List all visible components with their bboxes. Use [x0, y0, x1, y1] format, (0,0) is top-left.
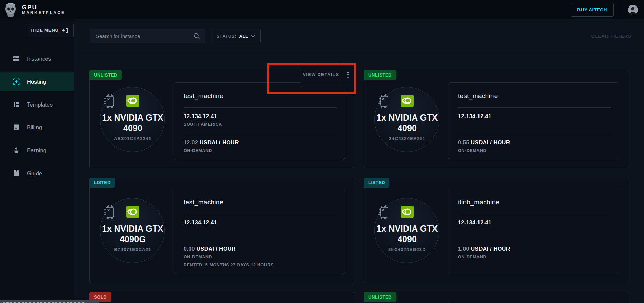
logo: GPU MARKETPLACE — [3, 2, 65, 18]
status-filter-label: STATUS: — [217, 33, 237, 39]
chip-icon — [101, 92, 119, 110]
sidebar-nav: Instances Hosting — [0, 49, 74, 187]
nvidia-logo-icon — [126, 94, 140, 108]
machine-details-panel: test_machine 12.134.12.41 0.00 USDAI / H… — [174, 189, 345, 274]
servers-icon — [13, 55, 20, 62]
earning-person-icon — [13, 147, 20, 154]
sidebar-item-label: Earning — [27, 147, 46, 154]
nvidia-logo-icon — [400, 205, 414, 219]
gpu-card-2: UNLISTED — [364, 70, 629, 168]
buy-aitech-button[interactable]: BUY AITECH — [571, 3, 614, 17]
divider — [458, 214, 611, 214]
machine-card-grid: UNLISTED — [74, 53, 644, 303]
chevron-down-icon — [251, 35, 255, 38]
user-avatar-icon[interactable] — [628, 4, 638, 15]
gpu-summary-circle: 1x NVIDIA GTX4090 25C4324EG23D — [374, 198, 439, 263]
machine-details-panel: tlinh_machine 12.134.12.41 1.00 USDAI / … — [448, 189, 619, 274]
billing-receipt-icon — [13, 124, 20, 131]
machine-ip: 12.134.12.41 — [458, 220, 611, 226]
templates-icon — [13, 101, 20, 108]
machine-name: tlinh_machine — [458, 198, 611, 206]
search-box — [90, 29, 205, 43]
gpu-title: 1x NVIDIA GTX4090 — [368, 223, 446, 245]
status-badge: UNLISTED — [364, 292, 396, 302]
gpu-title: 1x NVIDIA GTX4090 — [94, 112, 172, 134]
machine-name: test_machine — [184, 198, 337, 206]
machine-id: B74371E3CA21 — [94, 247, 172, 252]
main-content: STATUS: ALL CLEAR FILTERS UNLISTED — [74, 19, 644, 303]
card-actions: VIEW DETAILS — [301, 63, 355, 87]
sidebar-item-label: Templates — [27, 101, 53, 108]
sidebar-item-label: Billing — [27, 124, 42, 131]
hide-menu-button[interactable]: HIDE MENU — [26, 24, 74, 37]
logo-skull-image — [3, 2, 18, 18]
hosting-scan-icon — [13, 78, 20, 85]
machine-id: 24C4324EE261 — [368, 136, 446, 141]
divider — [184, 134, 337, 134]
gpu-card-5-partial: SOLD — [89, 292, 355, 303]
view-details-button[interactable]: VIEW DETAILS — [301, 63, 341, 87]
kebab-menu-button[interactable] — [341, 63, 355, 87]
sidebar-item-hosting[interactable]: Hosting — [0, 72, 74, 91]
header-actions: BUY AITECH — [571, 0, 644, 19]
machine-details-panel: test_machine 12.134.12.41 SOUTH AMERICA … — [174, 82, 345, 160]
machine-details-panel: test_machine 12.134.12.41 0.55 USDAI / H… — [448, 82, 619, 160]
sidebar-item-label: Guide — [27, 170, 42, 177]
chip-icon — [375, 92, 393, 110]
status-tooltip — [0, 300, 99, 303]
billing-type: ON-DEMAND — [184, 148, 337, 153]
gpu-card-6-partial: UNLISTED — [364, 292, 629, 303]
gpu-card-4: LISTED — [364, 178, 629, 283]
status-filter-dropdown[interactable]: STATUS: ALL — [211, 29, 261, 43]
machine-ip: 12.134.12.41 — [184, 220, 337, 226]
machine-details-panel — [174, 302, 345, 303]
sidebar-item-label: Instances — [27, 56, 51, 62]
divider — [184, 107, 337, 108]
guide-book-icon — [13, 170, 20, 177]
search-input[interactable] — [96, 33, 194, 39]
hide-menu-exit-icon — [62, 28, 68, 33]
search-icon — [194, 33, 200, 39]
logo-line1: GPU — [22, 4, 65, 11]
filters-toolbar: STATUS: ALL CLEAR FILTERS — [74, 19, 644, 53]
nvidia-logo-icon — [126, 205, 140, 219]
chip-icon — [101, 203, 119, 221]
machine-price: 0.55 USDAI / HOUR — [458, 140, 611, 146]
rented-duration: RENTED: 5 MONTHS 27 DAYS 12 HOURS — [184, 263, 337, 267]
divider — [458, 240, 611, 240]
status-badge: UNLISTED — [89, 70, 122, 80]
machine-price: 0.00 USDAI / HOUR — [184, 246, 337, 252]
divider — [458, 134, 611, 134]
sidebar-item-guide[interactable]: Guide — [0, 164, 74, 183]
machine-region: SOUTH AMERICA — [184, 122, 337, 127]
machine-details-panel — [448, 302, 619, 303]
gpu-summary-circle: 1x NVIDIA GTX4090G B74371E3CA21 — [100, 198, 165, 263]
divider — [184, 214, 337, 214]
machine-name: test_machine — [184, 92, 337, 100]
billing-type: ON-DEMAND — [458, 254, 611, 259]
status-badge: LISTED — [364, 178, 389, 188]
sidebar-item-instances[interactable]: Instances — [0, 49, 74, 68]
app-header: GPU MARKETPLACE BUY AITECH — [0, 0, 644, 19]
sidebar-item-templates[interactable]: Templates — [0, 95, 74, 114]
avatar-zone — [621, 4, 644, 15]
gpu-title: 1x NVIDIA GTX4090G — [94, 223, 172, 245]
status-filter-value: ALL — [239, 33, 248, 39]
machine-price: 1.00 USDAI / HOUR — [458, 246, 611, 252]
machine-ip: 12.134.12.41 — [458, 113, 611, 120]
status-badge: LISTED — [89, 178, 115, 188]
gpu-title: 1x NVIDIA GTX4090 — [368, 112, 446, 134]
billing-type: ON-DEMAND — [458, 148, 611, 153]
gpu-card-3: LISTED — [89, 178, 355, 283]
divider — [184, 240, 337, 240]
gpu-summary-circle: 1x NVIDIA GTX4090 AB301C2A3241 — [100, 87, 165, 152]
divider — [458, 107, 611, 108]
sidebar-item-earning[interactable]: Earning — [0, 141, 74, 160]
clear-filters-button[interactable]: CLEAR FILTERS — [591, 33, 631, 39]
machine-id: 25C4324EG23D — [368, 247, 446, 252]
sidebar-item-billing[interactable]: Billing — [0, 118, 74, 137]
machine-ip: 12.134.12.41 — [184, 113, 337, 120]
gpu-summary-circle: 1x NVIDIA GTX4090 24C4324EE261 — [374, 87, 439, 152]
nvidia-logo-icon — [400, 94, 414, 108]
machine-price: 12.02 USDAI / HOUR — [184, 140, 337, 146]
